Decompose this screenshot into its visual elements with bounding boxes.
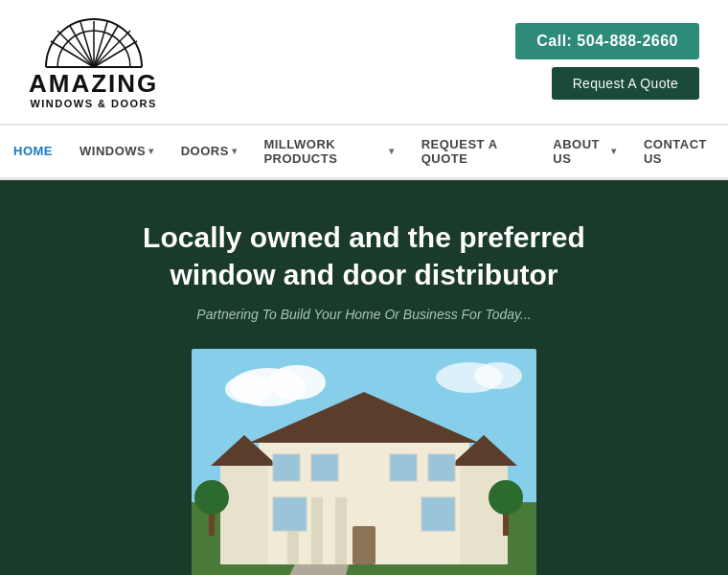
svg-rect-26 <box>335 497 347 564</box>
nav-item-contact[interactable]: CONTACT US <box>630 126 728 177</box>
svg-point-35 <box>194 480 229 515</box>
hero-subtitle: Partnering To Build Your Home Or Busines… <box>196 307 531 322</box>
navigation: HOME WINDOWS ▾ DOORS ▾ MILLWORK PRODUCTS… <box>0 125 728 180</box>
request-quote-button[interactable]: Request A Quote <box>552 67 699 100</box>
svg-rect-30 <box>390 454 417 481</box>
nav-item-doors[interactable]: DOORS ▾ <box>168 132 251 170</box>
nav-item-windows[interactable]: WINDOWS ▾ <box>66 132 168 170</box>
chevron-down-icon: ▾ <box>232 146 238 156</box>
house-svg <box>192 349 536 575</box>
nav-item-home[interactable]: HOME <box>0 132 66 170</box>
logo-arch-svg <box>36 14 151 70</box>
svg-point-13 <box>225 375 273 403</box>
call-button[interactable]: Call: 504-888-2660 <box>515 23 699 59</box>
svg-rect-28 <box>273 454 300 481</box>
svg-rect-33 <box>421 497 455 531</box>
header-right: Call: 504-888-2660 Request A Quote <box>515 23 699 100</box>
nav-item-millwork[interactable]: MILLWORK PRODUCTS ▾ <box>250 126 407 177</box>
svg-rect-31 <box>428 454 455 481</box>
svg-point-37 <box>489 480 523 515</box>
logo-text: AMAZING WINDOWS & DOORS <box>29 70 158 109</box>
nav-item-about[interactable]: ABOUT US ▾ <box>539 126 630 177</box>
svg-rect-27 <box>353 526 375 564</box>
logo-amazing: AMAZING <box>29 70 158 98</box>
chevron-down-icon: ▾ <box>389 146 395 156</box>
svg-point-15 <box>474 362 522 389</box>
nav-item-request-quote[interactable]: REQUEST A QUOTE <box>408 126 540 177</box>
logo: AMAZING WINDOWS & DOORS <box>29 14 158 109</box>
svg-rect-29 <box>311 454 338 481</box>
header: AMAZING WINDOWS & DOORS Call: 504-888-26… <box>0 0 728 125</box>
chevron-down-icon: ▾ <box>611 146 617 156</box>
hero-title: Locally owned and the preferred window a… <box>125 218 603 293</box>
logo-sub: WINDOWS & DOORS <box>29 98 158 109</box>
svg-rect-20 <box>460 464 508 564</box>
svg-rect-32 <box>273 497 307 531</box>
hero-house-image <box>192 349 536 575</box>
svg-rect-25 <box>311 497 323 564</box>
svg-rect-19 <box>220 464 268 564</box>
chevron-down-icon: ▾ <box>148 146 154 156</box>
hero-section: Locally owned and the preferred window a… <box>0 180 728 575</box>
svg-point-12 <box>268 365 326 400</box>
